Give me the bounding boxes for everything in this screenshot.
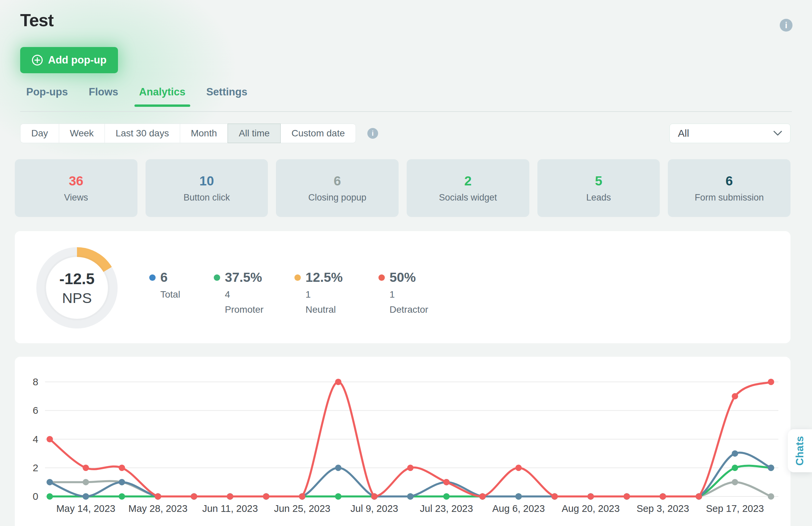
legend-dot-icon [214, 274, 220, 281]
series-views-point [335, 379, 342, 385]
series-button-click-point [47, 479, 53, 485]
time-filter-month[interactable]: Month [180, 124, 228, 143]
time-filter-last-30-days[interactable]: Last 30 days [104, 124, 180, 143]
nps-legend-value: 50% [390, 270, 416, 285]
nps-gauge-center: -12.5 NPS [46, 257, 108, 319]
series-leads-point [335, 493, 342, 500]
time-filter-custom-date[interactable]: Custom date [280, 124, 356, 143]
tab-bar: Pop-upsFlowsAnalyticsSettings [26, 86, 247, 107]
stat-card-leads: 5Leads [537, 159, 660, 217]
series-views-point [371, 493, 377, 500]
time-filter-row: DayWeekLast 30 daysMonthAll timeCustom d… [20, 124, 378, 143]
series-button-click-point [768, 465, 774, 471]
time-filter-week[interactable]: Week [59, 124, 105, 143]
series-views-point [660, 493, 666, 500]
x-axis-tick-label: Aug 6, 2023 [492, 503, 545, 514]
series-views-point [732, 393, 738, 400]
y-axis-tick-label: 4 [33, 434, 38, 445]
nps-score-label: NPS [62, 290, 92, 306]
time-range-segmented-control: DayWeekLast 30 daysMonthAll timeCustom d… [20, 124, 356, 143]
stat-value: 6 [334, 174, 341, 189]
chevron-down-icon [773, 131, 782, 136]
nps-gauge: -12.5 NPS [36, 247, 118, 329]
series-leads-point [732, 465, 738, 471]
stat-value: 6 [726, 174, 733, 189]
series-button-click-point [83, 493, 89, 500]
nps-legend-item-promoter: 37.5%4Promoter [214, 270, 270, 315]
x-axis-tick-label: Jul 23, 2023 [420, 503, 473, 514]
series-views-point [696, 493, 702, 500]
stat-cards-row: 36Views10Button click6Closing popup2Soci… [15, 159, 791, 217]
nps-legend-value: 12.5% [305, 270, 343, 285]
series-views-point [299, 493, 305, 500]
stat-value: 36 [69, 174, 83, 189]
x-axis-tick-label: Jun 11, 2023 [202, 503, 258, 514]
y-axis-tick-label: 8 [33, 376, 38, 387]
nps-legend-subtext: Neutral [305, 304, 353, 315]
nps-legend-subtext: 4 [225, 289, 270, 300]
series-button-click-point [335, 465, 342, 471]
series-views-point [155, 493, 161, 500]
info-icon: i [372, 129, 374, 137]
series-views-point [191, 493, 197, 500]
stat-label: Leads [586, 193, 611, 203]
series-button-click-point [732, 450, 738, 457]
x-axis-tick-label: Jun 25, 2023 [274, 503, 330, 514]
filter-info-icon[interactable]: i [367, 128, 378, 139]
series-views-point [588, 493, 594, 500]
nps-score: -12.5 [59, 270, 95, 288]
x-axis-tick-label: May 14, 2023 [56, 503, 115, 514]
nps-legend-item-neutral: 12.5%1Neutral [294, 270, 353, 315]
stat-label: Form submission [695, 193, 764, 203]
series-views-point [263, 493, 269, 500]
series-views-point [407, 465, 414, 471]
stat-card-views: 36Views [15, 159, 137, 217]
y-axis-tick-label: 0 [33, 491, 38, 502]
nps-legend: 6Total37.5%4Promoter12.5%1Neutral50%1Det… [149, 270, 429, 315]
series-leads-point [47, 493, 53, 500]
stat-label: Views [64, 193, 88, 203]
dropdown-value: All [678, 127, 689, 139]
nps-summary-card: -12.5 NPS 6Total37.5%4Promoter12.5%1Neut… [15, 231, 791, 343]
nps-legend-value: 6 [160, 270, 168, 285]
chats-side-button[interactable]: Chats [788, 429, 812, 472]
x-axis-tick-label: May 28, 2023 [128, 503, 188, 514]
nps-legend-item-total: 6Total [149, 270, 189, 315]
info-icon: i [785, 20, 787, 31]
timeline-chart-card: 02468May 14, 2023May 28, 2023Jun 11, 202… [15, 357, 791, 526]
add-popup-button[interactable]: Add pop-up [20, 47, 118, 73]
nps-legend-value: 37.5% [225, 270, 262, 285]
series-views-point [768, 379, 774, 385]
stat-card-form-submission: 6Form submission [668, 159, 791, 217]
page-info-icon[interactable]: i [780, 19, 793, 32]
time-filter-day[interactable]: Day [20, 124, 59, 143]
series-button-click-point [407, 493, 414, 500]
series-views-point [515, 465, 522, 471]
tab-pop-ups[interactable]: Pop-ups [26, 86, 68, 107]
legend-dot-icon [149, 274, 156, 281]
stat-label: Closing popup [308, 193, 366, 203]
stat-label: Button click [184, 193, 230, 203]
y-axis-tick-label: 6 [33, 405, 38, 416]
series-button-click-line [50, 453, 771, 496]
nps-legend-subtext: 1 [390, 289, 429, 300]
tab-analytics[interactable]: Analytics [139, 86, 186, 107]
legend-dot-icon [378, 274, 385, 281]
tab-flows[interactable]: Flows [89, 86, 118, 107]
series-views-point [119, 465, 125, 471]
legend-dot-icon [294, 274, 301, 281]
tab-settings[interactable]: Settings [206, 86, 247, 107]
series-views-point [47, 436, 53, 442]
add-popup-button-label: Add pop-up [48, 54, 106, 66]
series-views-point [623, 493, 630, 500]
time-filter-all-time[interactable]: All time [228, 124, 281, 143]
series-closing-popup-point [768, 493, 774, 500]
series-views-point [479, 493, 485, 500]
popup-select-dropdown[interactable]: All [669, 124, 791, 143]
stat-value: 2 [464, 174, 472, 189]
plus-circle-icon [32, 55, 43, 66]
chats-side-button-label: Chats [794, 436, 806, 466]
timeline-line-chart: 02468May 14, 2023May 28, 2023Jun 11, 202… [15, 357, 791, 526]
series-button-click-point [515, 493, 522, 500]
series-views-point [227, 493, 233, 500]
